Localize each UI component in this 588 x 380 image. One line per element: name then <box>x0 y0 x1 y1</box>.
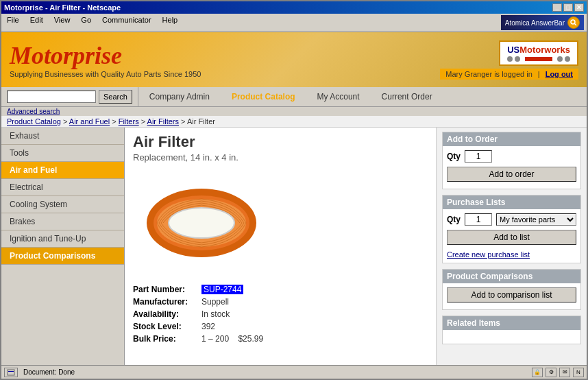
list-qty-label: Qty <box>447 215 461 224</box>
browser-icon <box>7 369 15 376</box>
search-button[interactable]: Search <box>99 90 132 104</box>
product-comparisons-header: Product Comparisons <box>443 270 580 283</box>
manufacturer-label: Manufacturer: <box>133 297 201 307</box>
nav-company-admin[interactable]: Company Admin <box>138 88 221 106</box>
list-qty-input[interactable] <box>465 213 492 226</box>
window-title: Motorprise - Air Filter - Netscape <box>4 3 121 12</box>
add-to-list-button[interactable]: Add to list <box>447 230 576 245</box>
air-filter-svg <box>140 178 263 268</box>
status-bar: Document: Done 🔒 ⚙ ✉ N <box>1 365 587 379</box>
menu-view[interactable]: View <box>51 15 73 30</box>
add-to-order-section: Add to Order Qty Add to order <box>442 132 581 189</box>
nav-current-order[interactable]: Current Order <box>371 88 443 106</box>
search-input[interactable] <box>7 91 96 103</box>
dot4 <box>565 56 570 62</box>
status-icon-left <box>4 368 18 377</box>
header-right: USMotorworks Mary Granger is logged in |… <box>440 40 578 80</box>
bulk-price-row: Bulk Price: 1 – 200 $25.99 <box>133 334 428 344</box>
nav-product-catalog[interactable]: Product Catalog <box>221 88 306 106</box>
sidebar-item-comparisons[interactable]: Product Comparisons <box>1 248 124 265</box>
breadcrumb-air-fuel[interactable]: Air and Fuel <box>69 117 110 126</box>
minimize-btn[interactable]: _ <box>552 3 562 12</box>
part-number-row: Part Number: SUP-2744 <box>133 285 428 294</box>
status-icons: 🔒 ⚙ ✉ N <box>532 368 584 377</box>
dot3 <box>557 56 563 62</box>
breadcrumb-air-filters[interactable]: Air Filters <box>147 117 179 126</box>
breadcrumb-current: Air Filter <box>187 117 215 126</box>
product-description: Replacement, 14 in. x 4 in. <box>133 152 428 163</box>
logout-link[interactable]: Log out <box>546 70 573 78</box>
product-area: Air Filter Replacement, 14 in. x 4 in. <box>125 128 436 365</box>
netscape-icon: N <box>573 368 584 377</box>
component-icon: ⚙ <box>546 368 556 377</box>
part-number-label: Part Number: <box>133 285 201 294</box>
sidebar-item-brakes[interactable]: Brakes <box>1 213 124 230</box>
create-list-link[interactable]: Create new purchase list <box>447 250 576 259</box>
advanced-search-link[interactable]: Advanced search <box>7 108 60 115</box>
sidebar-item-exhaust[interactable]: Exhaust <box>1 128 124 145</box>
nav-my-account[interactable]: My Account <box>306 88 371 106</box>
related-items-section: Related Items <box>442 316 581 344</box>
list-qty-row: Qty My favorite parts <box>447 213 576 226</box>
purchase-lists-body: Qty My favorite parts Add to list Create… <box>443 209 580 263</box>
product-details: Part Number: SUP-2744 Manufacturer: Supp… <box>133 285 428 344</box>
nav-links: Company Admin Product Catalog My Account… <box>138 88 587 106</box>
availability-row: Availability: In stock <box>133 309 428 319</box>
svg-rect-8 <box>8 371 14 372</box>
maximize-btn[interactable]: □ <box>563 3 573 12</box>
main-content: Exhaust Tools Air and Fuel Electrical Co… <box>1 128 587 365</box>
menu-edit[interactable]: Edit <box>27 15 46 30</box>
menu-go[interactable]: Go <box>78 15 94 30</box>
bulk-price-value: 1 – 200 $25.99 <box>201 334 263 344</box>
breadcrumb-catalog[interactable]: Product Catalog <box>7 117 61 126</box>
add-to-order-header: Add to Order <box>443 132 580 146</box>
product-comparisons-section: Product Comparisons Add to comparison li… <box>442 269 581 310</box>
purchase-lists-section: Purchase Lists Qty My favorite parts Add… <box>442 195 581 263</box>
availability-label: Availability: <box>133 309 201 319</box>
sidebar-item-ignition[interactable]: Ignition and Tune-Up <box>1 230 124 248</box>
user-info: Mary Granger is logged in <box>445 70 532 78</box>
site-header: Motorprise Supplying Businesses with Qua… <box>1 32 587 87</box>
title-bar: Motorprise - Air Filter - Netscape _ □ ✕ <box>1 1 587 14</box>
breadcrumb-filters[interactable]: Filters <box>119 117 139 126</box>
purchase-lists-header: Purchase Lists <box>443 195 580 209</box>
sidebar-item-air-fuel[interactable]: Air and Fuel <box>1 162 124 179</box>
sidebar: Exhaust Tools Air and Fuel Electrical Co… <box>1 128 125 365</box>
purchase-list-select[interactable]: My favorite parts <box>496 213 576 226</box>
product-image <box>133 168 270 278</box>
availability-value: In stock <box>201 309 230 319</box>
atomica-bar: Atomica AnswerBar <box>501 15 584 30</box>
sidebar-item-electrical[interactable]: Electrical <box>1 179 124 196</box>
status-text: Document: Done <box>23 368 526 376</box>
svg-point-0 <box>571 20 575 24</box>
search-icon <box>570 19 577 26</box>
close-btn[interactable]: ✕ <box>574 3 584 12</box>
manufacturer-row: Manufacturer: Suppell <box>133 297 428 307</box>
add-to-comparison-button[interactable]: Add to comparison list <box>447 287 576 302</box>
bulk-price-label: Bulk Price: <box>133 334 201 344</box>
part-number-value: SUP-2744 <box>201 285 243 294</box>
order-qty-label: Qty <box>447 152 461 161</box>
menu-file[interactable]: File <box>4 15 22 30</box>
atomica-label: Atomica AnswerBar <box>505 19 565 27</box>
sidebar-item-cooling[interactable]: Cooling System <box>1 196 124 213</box>
menu-communicator[interactable]: Communicator <box>99 15 154 30</box>
menu-help[interactable]: Help <box>160 15 181 30</box>
order-qty-row: Qty <box>447 150 576 163</box>
lock-icon: 🔒 <box>532 368 543 377</box>
breadcrumb: Product Catalog > Air and Fuel > Filters… <box>1 116 587 128</box>
product-title: Air Filter <box>133 133 428 151</box>
mail-icon: ✉ <box>559 368 570 377</box>
atomica-search-btn[interactable] <box>567 16 580 29</box>
logo-subtitle: Supplying Businesses with Quality Auto P… <box>10 70 201 78</box>
dot2 <box>515 56 520 62</box>
svg-line-1 <box>575 24 577 26</box>
add-to-order-button[interactable]: Add to order <box>447 167 576 182</box>
related-items-body <box>443 330 580 344</box>
logo: Motorprise <box>10 41 201 70</box>
sidebar-item-tools[interactable]: Tools <box>1 145 124 162</box>
menu-bar: File Edit View Go Communicator Help Atom… <box>1 14 587 32</box>
order-qty-input[interactable] <box>465 150 492 163</box>
related-items-header: Related Items <box>443 316 580 330</box>
dot1 <box>507 56 513 62</box>
